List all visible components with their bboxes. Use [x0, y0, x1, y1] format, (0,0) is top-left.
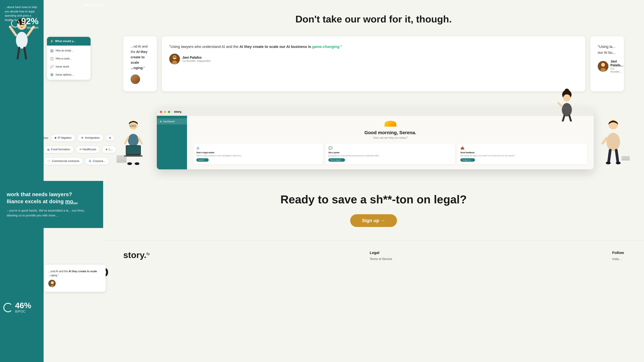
tag-fund-formation[interactable]: ▦ Fund formation	[44, 146, 74, 153]
svg-point-44	[606, 162, 611, 164]
svg-rect-23	[116, 158, 126, 160]
quote-icon: 💬	[328, 146, 452, 150]
dropdown-item-4[interactable]: ⚙️ Issue options...	[47, 71, 90, 79]
dropdown-list: 🏢 Hire an empl... 📋 Hire a contr... 📈 Is…	[47, 46, 90, 80]
chart-icon: 📈	[50, 65, 54, 68]
svg-point-36	[135, 162, 139, 165]
svg-point-14	[600, 68, 606, 72]
footer-logo: story.llp	[123, 251, 150, 259]
overlay-quote-section: ...und AI and the AI they create to scal…	[44, 265, 106, 292]
tag-extra-1[interactable]	[106, 135, 114, 141]
fund-formation-label: Fund formation	[51, 148, 70, 151]
footer-logo-llp: llp	[146, 252, 150, 256]
work-description: – you're in good hands. We've assembled …	[7, 208, 96, 218]
tag-commercial-contracts[interactable]: 📄 Commercial contracts	[44, 158, 83, 165]
tag-immigration[interactable]: ✈ Immigration	[78, 134, 103, 142]
cta-title: Ready to save a sh**-ton on legal?	[130, 193, 617, 206]
dropdown-header-text: What would y...	[55, 39, 76, 43]
tags-row-2: ▦ Fund formation ♥ Healthcare L...	[44, 146, 116, 153]
corporate-label: Corpora...	[93, 160, 106, 163]
footer-instagram-link[interactable]: Insta...	[612, 257, 624, 261]
teal-dot	[55, 137, 56, 139]
underline-more: mo...	[65, 198, 78, 204]
dropdown-item-3[interactable]: 📈 Issue stock	[47, 63, 90, 71]
immigration-label: Immigration	[85, 136, 100, 140]
bipoc-percentage: 46%	[15, 302, 31, 310]
dropdown-header: ⚡ What would y...	[47, 37, 90, 46]
work-title: work that needs lawyers?lliance excels a…	[7, 191, 96, 205]
sun-illustration	[384, 121, 396, 127]
quote-action-link[interactable]: Find a lawyer →	[328, 158, 345, 162]
tag-extra-2[interactable]: L...	[102, 146, 116, 153]
person-laptop-illustration	[116, 115, 150, 169]
author-title-main: Co-founder, happyrobot	[182, 59, 210, 62]
middle-dropdown-area: ⚡ What would y... 🏢 Hire an empl... 📋 Hi…	[44, 33, 94, 83]
maximize-button[interactable]	[168, 111, 170, 113]
sidebar-dashboard-item[interactable]: ⊞ Dashboard	[157, 118, 187, 125]
footer-follow-heading: Follow	[612, 251, 624, 255]
footer-legal-heading: Legal	[370, 251, 392, 255]
bipoc-stat-block: 46% BIPOC	[3, 302, 31, 313]
tag-corporate[interactable]: 🏛 Corpora...	[85, 158, 109, 165]
avatar-right	[598, 61, 608, 72]
action-card-feedback[interactable]: 📤 Send feedback Not seeing the option yo…	[458, 143, 587, 164]
mockup-header-bar: story.	[157, 108, 594, 116]
svg-point-16	[563, 94, 570, 102]
svg-point-40	[606, 133, 620, 151]
svg-line-41	[603, 138, 606, 144]
testimonial-card-partial-right: "Using la... our AI bu... Javi Palafa...…	[590, 36, 624, 91]
svg-line-21	[569, 116, 571, 121]
dashboard-label: Dashboard	[163, 120, 175, 123]
svg-rect-33	[126, 146, 140, 154]
bipoc-circle-indicator	[3, 303, 13, 312]
avatar-main	[169, 54, 180, 64]
svg-rect-34	[124, 155, 142, 157]
svg-point-17	[564, 89, 569, 93]
tag-ip-litigation[interactable]: IP litigation	[51, 134, 75, 142]
footer-logo-text: story.	[123, 250, 146, 260]
testimonial-text-main: "Using lawyers who understand AI and the…	[169, 44, 578, 50]
footer-terms-link[interactable]: Terms of Service	[370, 257, 392, 261]
dropdown-widget[interactable]: ⚡ What would y... 🏢 Hire an empl... 📋 Hi…	[47, 37, 90, 80]
person-thinking-svg	[554, 88, 580, 121]
footer-logo-block: story.llp	[123, 251, 150, 259]
building-icon-2: 🏛	[89, 160, 92, 163]
person-laptop-svg	[116, 115, 150, 169]
testimonial-author-partial	[131, 75, 150, 84]
dropdown-item-2[interactable]: 📋 Hire a contr...	[47, 55, 90, 63]
heart-icon: ♥	[80, 148, 81, 151]
signup-button[interactable]: Sign up →	[350, 214, 397, 227]
legal-action-link[interactable]: AutoGC →	[196, 158, 209, 162]
bipoc-label: BIPOC	[15, 310, 31, 313]
stat-92-number: 92%	[21, 17, 38, 25]
overlay-author	[48, 280, 101, 287]
action-card-legal[interactable]: ⚖ Start a legal matter Need to draft a c…	[194, 143, 323, 164]
top-illustration	[554, 88, 580, 122]
app-greeting: Good morning, Serena.	[194, 130, 587, 135]
app-sidebar: ⊞ Dashboard	[157, 116, 187, 169]
feedback-action-link[interactable]: Contact us →	[460, 158, 475, 162]
svg-rect-22	[116, 160, 126, 163]
dropdown-item-1[interactable]: 🏢 Hire an empl...	[47, 47, 90, 55]
svg-line-19	[558, 103, 562, 106]
cta-section: Ready to save a sh**-ton on legal? Sign …	[103, 180, 644, 240]
action-cards-row: ⚖ Start a legal matter Need to draft a c…	[194, 143, 587, 164]
svg-rect-37	[622, 159, 630, 161]
footer-legal-links: Legal Terms of Service	[370, 251, 392, 262]
minimize-button[interactable]	[164, 111, 166, 113]
person-right-illustration	[600, 115, 630, 169]
svg-point-13	[601, 63, 605, 67]
avatar-partial	[131, 75, 140, 84]
svg-point-18	[562, 103, 572, 116]
action-card-quote[interactable]: 💬 Get a quote Get guidance on the pricin…	[326, 143, 455, 164]
app-subtitle: How can we help you today?	[194, 136, 587, 139]
overlay-avatar-svg	[49, 280, 56, 287]
close-button-red[interactable]	[160, 111, 162, 113]
dashboard-icon: ⊞	[160, 120, 162, 123]
svg-line-4	[18, 48, 19, 59]
healthcare-label: Healthcare	[82, 148, 96, 151]
tag-healthcare[interactable]: ♥ Healthcare	[76, 146, 100, 153]
grid-icon: ▦	[47, 148, 50, 151]
quote-action-title: Get a quote	[328, 152, 452, 154]
feedback-action-title: Send feedback	[460, 152, 584, 154]
